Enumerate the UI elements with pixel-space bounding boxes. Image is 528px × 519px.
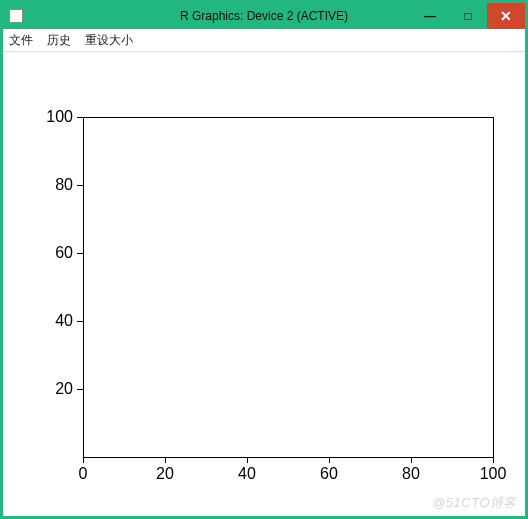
close-button[interactable]: ✕	[487, 3, 525, 29]
window-title: R Graphics: Device 2 (ACTIVE)	[180, 9, 348, 23]
svg-text:20: 20	[55, 380, 73, 397]
svg-text:60: 60	[320, 465, 338, 482]
svg-text:40: 40	[238, 465, 256, 482]
svg-text:100: 100	[46, 108, 73, 125]
menubar: 文件 历史 重设大小	[3, 29, 525, 52]
titlebar[interactable]: R Graphics: Device 2 (ACTIVE) — □ ✕	[3, 3, 525, 29]
svg-text:60: 60	[55, 244, 73, 261]
svg-text:80: 80	[55, 176, 73, 193]
app-icon	[9, 9, 23, 23]
menu-history[interactable]: 历史	[47, 32, 71, 49]
svg-rect-0	[83, 117, 493, 457]
contour-chart: 02040608010020406080100	[13, 57, 515, 507]
minimize-button[interactable]: —	[411, 3, 449, 29]
svg-text:0: 0	[79, 465, 88, 482]
svg-text:100: 100	[480, 465, 507, 482]
svg-text:20: 20	[156, 465, 174, 482]
svg-text:80: 80	[402, 465, 420, 482]
menu-resize[interactable]: 重设大小	[85, 32, 133, 49]
menu-file[interactable]: 文件	[9, 32, 33, 49]
svg-text:40: 40	[55, 312, 73, 329]
maximize-button[interactable]: □	[449, 3, 487, 29]
watermark: @51CTO博客	[432, 494, 517, 512]
plot-area: 02040608010020406080100	[13, 57, 515, 506]
